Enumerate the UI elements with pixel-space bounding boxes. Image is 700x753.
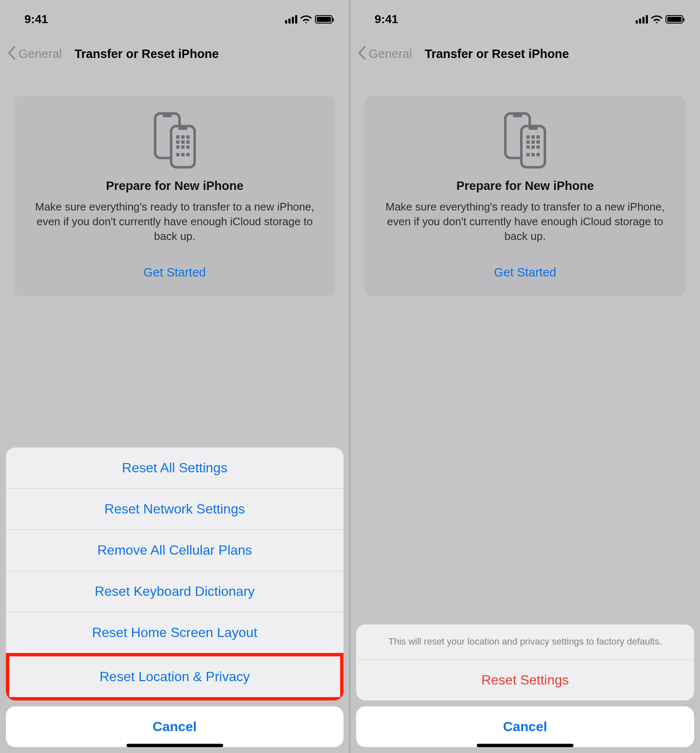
- back-label[interactable]: General: [369, 47, 412, 61]
- svg-rect-13: [176, 153, 180, 156]
- confirm-action-sheet: This will reset your location and privac…: [356, 624, 694, 747]
- reset-all-settings-option[interactable]: Reset All Settings: [6, 448, 343, 488]
- svg-rect-19: [528, 126, 538, 130]
- svg-rect-5: [181, 135, 185, 139]
- devices-icon: [31, 111, 318, 170]
- devices-icon: [381, 111, 669, 170]
- svg-rect-1: [163, 113, 172, 117]
- battery-icon: [315, 15, 333, 24]
- sheet-options-group: Reset All Settings Reset Network Setting…: [6, 448, 343, 700]
- home-indicator[interactable]: [127, 744, 223, 747]
- svg-rect-12: [186, 145, 190, 149]
- status-icons: [636, 15, 683, 24]
- card-description: Make sure everything's ready to transfer…: [33, 200, 317, 244]
- svg-rect-31: [536, 153, 540, 156]
- card-title: Prepare for New iPhone: [31, 179, 318, 193]
- svg-rect-25: [536, 140, 540, 144]
- back-label[interactable]: General: [18, 47, 62, 61]
- svg-rect-8: [181, 140, 185, 144]
- page-title: Transfer or Reset iPhone: [425, 47, 569, 61]
- phone-left: 9:41 General Transfer or Reset iPhone: [0, 0, 349, 753]
- reset-keyboard-dictionary-option[interactable]: Reset Keyboard Dictionary: [6, 571, 343, 612]
- svg-rect-17: [513, 113, 522, 117]
- svg-rect-21: [531, 135, 535, 139]
- wifi-icon: [651, 15, 662, 24]
- svg-rect-24: [531, 140, 535, 144]
- status-icons: [285, 15, 333, 24]
- svg-rect-15: [186, 153, 190, 156]
- svg-rect-3: [178, 126, 188, 130]
- signal-icon: [636, 15, 648, 24]
- home-indicator[interactable]: [477, 744, 573, 747]
- prepare-card: Prepare for New iPhone Make sure everyth…: [14, 96, 335, 296]
- svg-rect-22: [536, 135, 540, 139]
- svg-rect-26: [526, 145, 530, 149]
- remove-cellular-plans-option[interactable]: Remove All Cellular Plans: [6, 529, 343, 571]
- svg-rect-28: [536, 145, 540, 149]
- svg-rect-9: [186, 140, 190, 144]
- card-title: Prepare for New iPhone: [381, 179, 669, 193]
- reset-settings-button[interactable]: Reset Settings: [356, 659, 694, 700]
- wifi-icon: [301, 15, 312, 24]
- status-time: 9:41: [24, 13, 48, 26]
- reset-home-screen-layout-option[interactable]: Reset Home Screen Layout: [6, 612, 343, 653]
- reset-network-settings-option[interactable]: Reset Network Settings: [6, 488, 343, 529]
- get-started-link[interactable]: Get Started: [31, 266, 318, 279]
- reset-location-privacy-option[interactable]: Reset Location & Privacy: [6, 653, 343, 700]
- nav-header: General Transfer or Reset iPhone: [350, 30, 700, 70]
- svg-rect-29: [526, 153, 530, 156]
- svg-rect-23: [526, 140, 530, 144]
- svg-rect-30: [531, 153, 535, 156]
- svg-rect-27: [531, 145, 535, 149]
- status-bar: 9:41: [350, 0, 700, 30]
- svg-rect-20: [526, 135, 530, 139]
- svg-rect-10: [176, 145, 180, 149]
- phone-right: 9:41 General Transfer or Reset iPhone: [350, 0, 700, 753]
- svg-rect-14: [181, 153, 185, 156]
- svg-rect-4: [176, 135, 180, 139]
- status-bar: 9:41: [0, 0, 349, 30]
- card-description: Make sure everything's ready to transfer…: [383, 200, 667, 244]
- page-title: Transfer or Reset iPhone: [74, 47, 219, 61]
- back-chevron-icon[interactable]: [8, 46, 16, 61]
- svg-rect-6: [186, 135, 190, 139]
- back-chevron-icon[interactable]: [358, 46, 366, 61]
- cancel-button[interactable]: Cancel: [6, 706, 343, 747]
- signal-icon: [285, 15, 297, 24]
- battery-icon: [666, 15, 683, 24]
- get-started-link[interactable]: Get Started: [381, 266, 669, 279]
- reset-action-sheet: Reset All Settings Reset Network Setting…: [6, 448, 343, 747]
- cancel-button[interactable]: Cancel: [356, 706, 694, 747]
- status-time: 9:41: [375, 13, 398, 26]
- sheet-options-group: This will reset your location and privac…: [356, 624, 694, 700]
- nav-header: General Transfer or Reset iPhone: [0, 30, 349, 70]
- prepare-card: Prepare for New iPhone Make sure everyth…: [365, 96, 686, 296]
- confirm-info-text: This will reset your location and privac…: [356, 624, 694, 659]
- svg-rect-11: [181, 145, 185, 149]
- svg-rect-7: [176, 140, 180, 144]
